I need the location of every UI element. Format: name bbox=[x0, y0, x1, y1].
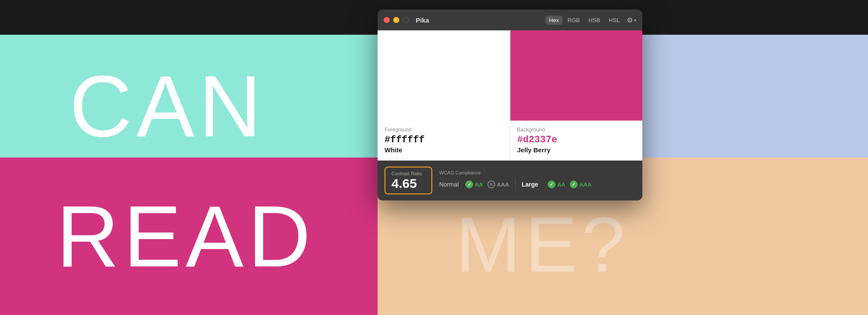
wcag-section: WCAG Compliance Normal ✓ AA ✕ AAA Large … bbox=[439, 170, 592, 191]
wcag-label: WCAG Compliance bbox=[439, 170, 592, 175]
wcag-normal-aa-pass-icon: ✓ bbox=[465, 180, 473, 188]
wcag-large-aa-label: AA bbox=[557, 181, 566, 188]
chevron-down-icon: ▾ bbox=[634, 18, 636, 23]
color-panels: Foreground #ffffff White Background #d23… bbox=[378, 30, 642, 161]
read-text: READ bbox=[56, 187, 315, 286]
contrast-ratio-label: Contrast Ratio bbox=[391, 171, 425, 176]
background-label: Background bbox=[517, 127, 636, 133]
wcag-large-label: Large bbox=[522, 181, 543, 188]
wcag-normal-aaa-label: AAA bbox=[497, 181, 509, 188]
wcag-row: Normal ✓ AA ✕ AAA Large ✓ AA ✓ bbox=[439, 178, 592, 191]
background-panel: Background #d2337e Jelly Berry bbox=[510, 30, 643, 161]
foreground-hex[interactable]: #ffffff bbox=[385, 135, 503, 145]
wcag-large-aaa-pass-icon: ✓ bbox=[570, 180, 578, 188]
foreground-label: Foreground bbox=[385, 127, 503, 133]
foreground-name: White bbox=[385, 146, 503, 154]
tab-hex[interactable]: Hex bbox=[546, 16, 562, 25]
wcag-normal-label: Normal bbox=[439, 181, 461, 188]
wcag-normal-aaa-fail-icon: ✕ bbox=[487, 180, 495, 188]
close-button[interactable] bbox=[384, 17, 390, 23]
wcag-large-aaa-label: AAA bbox=[579, 181, 592, 188]
tab-rgb[interactable]: RGB bbox=[564, 16, 583, 25]
gear-icon: ⚙ bbox=[627, 16, 633, 24]
contrast-ratio-value: 4.65 bbox=[391, 177, 425, 190]
tab-hsl[interactable]: HSL bbox=[605, 16, 623, 25]
foreground-panel: Foreground #ffffff White bbox=[378, 30, 510, 161]
title-bar: Pika Hex RGB HSB HSL ⚙ ▾ bbox=[378, 10, 642, 30]
settings-button[interactable]: ⚙ ▾ bbox=[627, 16, 636, 24]
wcag-large-aaa-badge: ✓ AAA bbox=[570, 180, 592, 188]
zoom-button[interactable] bbox=[403, 17, 409, 23]
wcag-large-aa-badge: ✓ AA bbox=[548, 180, 566, 188]
minimize-button[interactable] bbox=[393, 17, 399, 23]
contrast-ratio-box: Contrast Ratio 4.65 bbox=[385, 167, 432, 194]
me-text: ME? bbox=[456, 200, 629, 289]
background-name: Jelly Berry bbox=[517, 146, 636, 154]
format-tabs: Hex RGB HSB HSL ⚙ ▾ bbox=[546, 16, 636, 25]
wcag-separator bbox=[515, 178, 516, 191]
wcag-large-aa-pass-icon: ✓ bbox=[548, 180, 556, 188]
window-title: Pika bbox=[416, 16, 542, 24]
background-info: Background #d2337e Jelly Berry bbox=[510, 121, 643, 161]
foreground-swatch[interactable] bbox=[378, 30, 510, 121]
wcag-normal-aaa-badge: ✕ AAA bbox=[487, 180, 509, 188]
background-swatch[interactable] bbox=[510, 30, 643, 121]
wcag-normal-aa-badge: ✓ AA bbox=[465, 180, 483, 188]
traffic-lights bbox=[384, 17, 409, 23]
contrast-wcag-section: Contrast Ratio 4.65 WCAG Compliance Norm… bbox=[378, 161, 642, 200]
background-hex[interactable]: #d2337e bbox=[517, 135, 636, 145]
tab-hsb[interactable]: HSB bbox=[585, 16, 604, 25]
wcag-normal-aa-label: AA bbox=[475, 181, 483, 188]
foreground-info: Foreground #ffffff White bbox=[378, 121, 510, 161]
can-text: CAN bbox=[69, 56, 266, 156]
pika-window: Pika Hex RGB HSB HSL ⚙ ▾ Foreground #fff… bbox=[378, 10, 642, 200]
